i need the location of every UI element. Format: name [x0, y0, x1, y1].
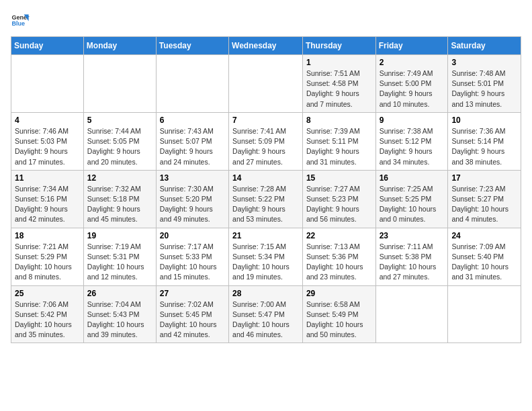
calendar-cell: 6Sunrise: 7:43 AM Sunset: 5:07 PM Daylig…: [156, 112, 228, 170]
calendar-cell: [156, 55, 228, 113]
day-info: Sunrise: 7:09 AM Sunset: 5:40 PM Dayligh…: [451, 242, 517, 283]
col-header-saturday: Saturday: [448, 37, 521, 55]
col-header-thursday: Thursday: [302, 37, 375, 55]
day-info: Sunrise: 7:19 AM Sunset: 5:31 PM Dayligh…: [87, 242, 152, 283]
day-info: Sunrise: 7:13 AM Sunset: 5:36 PM Dayligh…: [306, 242, 372, 283]
week-row-2: 4Sunrise: 7:46 AM Sunset: 5:03 PM Daylig…: [11, 112, 521, 170]
calendar-cell: 1Sunrise: 7:51 AM Sunset: 4:58 PM Daylig…: [302, 55, 375, 113]
logo-icon: General Blue: [11, 11, 30, 30]
calendar-cell: [229, 55, 303, 113]
day-info: Sunrise: 7:38 AM Sunset: 5:12 PM Dayligh…: [380, 126, 445, 167]
week-row-4: 18Sunrise: 7:21 AM Sunset: 5:29 PM Dayli…: [11, 228, 521, 285]
logo: General Blue: [11, 11, 32, 30]
day-number: 20: [160, 231, 225, 240]
day-number: 1: [306, 58, 372, 67]
day-number: 14: [232, 173, 299, 183]
day-number: 21: [232, 231, 299, 240]
calendar-cell: 16Sunrise: 7:25 AM Sunset: 5:25 PM Dayli…: [375, 170, 448, 228]
day-info: Sunrise: 7:23 AM Sunset: 5:27 PM Dayligh…: [451, 184, 517, 225]
calendar-cell: 11Sunrise: 7:34 AM Sunset: 5:16 PM Dayli…: [11, 170, 84, 228]
svg-text:Blue: Blue: [11, 20, 25, 27]
day-info: Sunrise: 7:32 AM Sunset: 5:18 PM Dayligh…: [87, 184, 152, 225]
day-number: 4: [15, 116, 80, 125]
day-number: 22: [306, 231, 372, 240]
day-info: Sunrise: 7:25 AM Sunset: 5:25 PM Dayligh…: [380, 184, 445, 225]
day-number: 8: [306, 116, 372, 125]
day-info: Sunrise: 7:30 AM Sunset: 5:20 PM Dayligh…: [160, 184, 225, 225]
day-info: Sunrise: 7:43 AM Sunset: 5:07 PM Dayligh…: [160, 126, 225, 167]
day-number: 24: [451, 231, 517, 240]
calendar-cell: 2Sunrise: 7:49 AM Sunset: 5:00 PM Daylig…: [375, 55, 448, 113]
calendar-cell: [448, 285, 521, 343]
col-header-tuesday: Tuesday: [156, 37, 228, 55]
calendar-cell: [83, 55, 156, 113]
calendar-cell: 28Sunrise: 7:00 AM Sunset: 5:47 PM Dayli…: [229, 285, 303, 343]
calendar-cell: 14Sunrise: 7:28 AM Sunset: 5:22 PM Dayli…: [229, 170, 303, 228]
day-info: Sunrise: 7:02 AM Sunset: 5:45 PM Dayligh…: [160, 300, 225, 340]
day-info: Sunrise: 7:34 AM Sunset: 5:16 PM Dayligh…: [15, 184, 80, 225]
calendar-cell: 27Sunrise: 7:02 AM Sunset: 5:45 PM Dayli…: [156, 285, 228, 343]
day-number: 2: [380, 58, 445, 67]
day-info: Sunrise: 6:58 AM Sunset: 5:49 PM Dayligh…: [306, 300, 372, 340]
day-info: Sunrise: 7:17 AM Sunset: 5:33 PM Dayligh…: [160, 242, 225, 283]
day-number: 17: [451, 173, 517, 183]
day-number: 6: [160, 116, 225, 125]
calendar-cell: [11, 55, 84, 113]
day-number: 7: [232, 116, 299, 125]
calendar-cell: 23Sunrise: 7:11 AM Sunset: 5:38 PM Dayli…: [375, 228, 448, 285]
day-info: Sunrise: 7:11 AM Sunset: 5:38 PM Dayligh…: [380, 242, 445, 283]
day-number: 11: [15, 173, 80, 183]
day-number: 13: [160, 173, 225, 183]
calendar-cell: 3Sunrise: 7:48 AM Sunset: 5:01 PM Daylig…: [448, 55, 521, 113]
header-row: SundayMondayTuesdayWednesdayThursdayFrid…: [11, 37, 521, 55]
day-number: 27: [160, 289, 225, 298]
day-info: Sunrise: 7:48 AM Sunset: 5:01 PM Dayligh…: [451, 68, 517, 109]
day-info: Sunrise: 7:46 AM Sunset: 5:03 PM Dayligh…: [15, 126, 80, 167]
day-number: 12: [87, 173, 152, 183]
day-info: Sunrise: 7:49 AM Sunset: 5:00 PM Dayligh…: [380, 68, 445, 109]
day-number: 29: [306, 289, 372, 298]
day-number: 16: [380, 173, 445, 183]
day-info: Sunrise: 7:04 AM Sunset: 5:43 PM Dayligh…: [87, 300, 152, 340]
calendar-cell: 17Sunrise: 7:23 AM Sunset: 5:27 PM Dayli…: [448, 170, 521, 228]
day-info: Sunrise: 7:21 AM Sunset: 5:29 PM Dayligh…: [15, 242, 80, 283]
calendar-cell: 21Sunrise: 7:15 AM Sunset: 5:34 PM Dayli…: [229, 228, 303, 285]
day-number: 23: [380, 231, 445, 240]
calendar-cell: 24Sunrise: 7:09 AM Sunset: 5:40 PM Dayli…: [448, 228, 521, 285]
calendar-table: SundayMondayTuesdayWednesdayThursdayFrid…: [11, 36, 521, 343]
day-number: 25: [15, 289, 80, 298]
day-number: 9: [380, 116, 445, 125]
calendar-cell: 10Sunrise: 7:36 AM Sunset: 5:14 PM Dayli…: [448, 112, 521, 170]
col-header-wednesday: Wednesday: [229, 37, 303, 55]
day-info: Sunrise: 7:27 AM Sunset: 5:23 PM Dayligh…: [306, 184, 372, 225]
calendar-cell: 9Sunrise: 7:38 AM Sunset: 5:12 PM Daylig…: [375, 112, 448, 170]
calendar-cell: 8Sunrise: 7:39 AM Sunset: 5:11 PM Daylig…: [302, 112, 375, 170]
calendar-cell: 13Sunrise: 7:30 AM Sunset: 5:20 PM Dayli…: [156, 170, 228, 228]
day-number: 10: [451, 116, 517, 125]
calendar-cell: 12Sunrise: 7:32 AM Sunset: 5:18 PM Dayli…: [83, 170, 156, 228]
calendar-cell: 7Sunrise: 7:41 AM Sunset: 5:09 PM Daylig…: [229, 112, 303, 170]
calendar-cell: 22Sunrise: 7:13 AM Sunset: 5:36 PM Dayli…: [302, 228, 375, 285]
calendar-cell: 26Sunrise: 7:04 AM Sunset: 5:43 PM Dayli…: [83, 285, 156, 343]
day-info: Sunrise: 7:15 AM Sunset: 5:34 PM Dayligh…: [232, 242, 299, 283]
calendar-cell: 25Sunrise: 7:06 AM Sunset: 5:42 PM Dayli…: [11, 285, 84, 343]
day-info: Sunrise: 7:39 AM Sunset: 5:11 PM Dayligh…: [306, 126, 372, 167]
day-number: 19: [87, 231, 152, 240]
calendar-cell: [375, 285, 448, 343]
col-header-friday: Friday: [375, 37, 448, 55]
col-header-monday: Monday: [83, 37, 156, 55]
day-info: Sunrise: 7:44 AM Sunset: 5:05 PM Dayligh…: [87, 126, 152, 167]
day-info: Sunrise: 7:00 AM Sunset: 5:47 PM Dayligh…: [232, 300, 299, 340]
day-info: Sunrise: 7:41 AM Sunset: 5:09 PM Dayligh…: [232, 126, 299, 167]
calendar-cell: 29Sunrise: 6:58 AM Sunset: 5:49 PM Dayli…: [302, 285, 375, 343]
day-info: Sunrise: 7:06 AM Sunset: 5:42 PM Dayligh…: [15, 300, 80, 340]
day-number: 15: [306, 173, 372, 183]
day-info: Sunrise: 7:36 AM Sunset: 5:14 PM Dayligh…: [451, 126, 517, 167]
day-number: 18: [15, 231, 80, 240]
calendar-cell: 4Sunrise: 7:46 AM Sunset: 5:03 PM Daylig…: [11, 112, 84, 170]
week-row-5: 25Sunrise: 7:06 AM Sunset: 5:42 PM Dayli…: [11, 285, 521, 343]
week-row-3: 11Sunrise: 7:34 AM Sunset: 5:16 PM Dayli…: [11, 170, 521, 228]
week-row-1: 1Sunrise: 7:51 AM Sunset: 4:58 PM Daylig…: [11, 55, 521, 113]
day-number: 5: [87, 116, 152, 125]
header: General Blue: [11, 11, 521, 30]
